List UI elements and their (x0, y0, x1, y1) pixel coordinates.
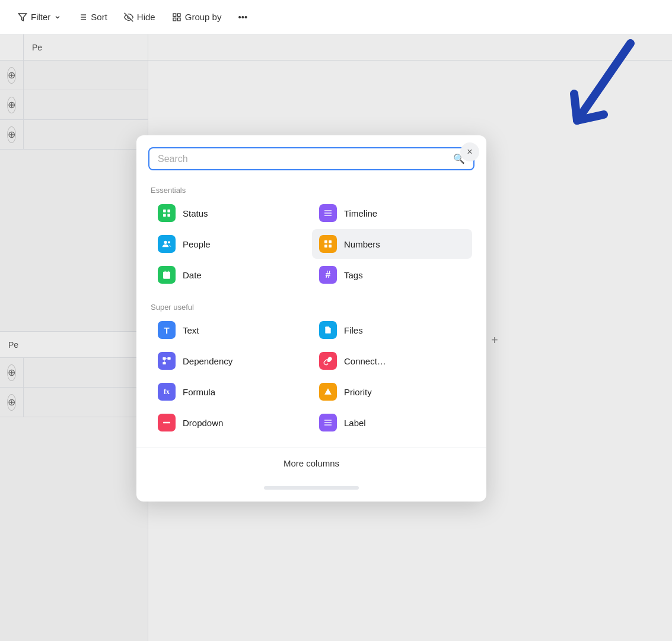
svg-rect-29 (163, 357, 165, 360)
connect-label: Connect… (344, 356, 386, 366)
item-tags[interactable]: # Tags (312, 260, 472, 290)
item-priority[interactable]: Priority (312, 377, 472, 407)
svg-rect-13 (167, 210, 170, 212)
super-useful-grid: T Text Files Dependency (151, 315, 472, 437)
hide-button[interactable]: Hide (118, 8, 161, 26)
essentials-section: Essentials Status Timeline (136, 177, 486, 294)
dropdown-icon (158, 414, 176, 431)
tags-icon: # (319, 266, 337, 284)
dropdown-label: Dropdown (183, 418, 223, 428)
svg-rect-23 (324, 245, 327, 247)
super-useful-section: Super useful T Text Files (136, 294, 486, 442)
date-label: Date (183, 270, 202, 280)
svg-marker-34 (324, 388, 332, 395)
formula-icon: fx (158, 383, 176, 401)
priority-icon (319, 383, 337, 401)
formula-label: Formula (183, 387, 215, 397)
sort-icon (78, 12, 87, 22)
svg-rect-8 (173, 14, 176, 17)
label-label: Label (344, 418, 366, 428)
dependency-label: Dependency (183, 356, 233, 366)
status-icon (158, 204, 176, 222)
svg-rect-35 (163, 422, 170, 424)
numbers-label: Numbers (344, 239, 380, 249)
item-text[interactable]: T Text (151, 315, 311, 345)
item-status[interactable]: Status (151, 198, 311, 228)
item-files[interactable]: Files (312, 315, 472, 345)
files-icon (319, 321, 337, 339)
svg-rect-15 (167, 214, 170, 217)
item-formula[interactable]: fx Formula (151, 377, 311, 407)
priority-label: Priority (344, 387, 372, 397)
filter-button[interactable]: Filter (12, 8, 67, 26)
numbers-icon (319, 235, 337, 253)
more-options-button[interactable]: ••• (232, 8, 253, 26)
label-icon (319, 414, 337, 431)
group-by-icon (172, 12, 181, 22)
text-label: Text (183, 325, 199, 335)
sort-label: Sort (91, 12, 107, 22)
svg-marker-0 (18, 14, 26, 21)
sort-button[interactable]: Sort (72, 8, 113, 26)
files-label: Files (344, 325, 363, 335)
item-label[interactable]: Label (312, 408, 472, 437)
item-dropdown[interactable]: Dropdown (151, 408, 311, 437)
svg-rect-14 (163, 214, 166, 217)
hide-icon (124, 12, 133, 22)
item-people[interactable]: People (151, 229, 311, 259)
timeline-label: Timeline (344, 208, 377, 218)
svg-point-20 (168, 241, 170, 243)
svg-rect-24 (329, 245, 332, 247)
svg-rect-12 (163, 210, 166, 212)
arrow-annotation (542, 37, 636, 147)
group-by-label: Group by (185, 12, 222, 22)
svg-rect-31 (163, 362, 165, 364)
svg-rect-25 (163, 272, 170, 279)
svg-rect-22 (329, 240, 332, 243)
modal-scrollbar (264, 486, 359, 490)
svg-rect-10 (173, 18, 176, 21)
date-icon (158, 266, 176, 284)
filter-label: Filter (31, 12, 50, 22)
item-connect[interactable]: Connect… (312, 346, 472, 376)
essentials-grid: Status Timeline People (151, 198, 472, 290)
item-timeline[interactable]: Timeline (312, 198, 472, 228)
people-icon (158, 235, 176, 253)
svg-rect-11 (177, 18, 180, 21)
search-input[interactable] (158, 154, 447, 164)
essentials-title: Essentials (151, 186, 472, 195)
group-by-button[interactable]: Group by (166, 8, 228, 26)
filter-icon (18, 12, 27, 22)
hide-label: Hide (137, 12, 155, 22)
svg-rect-9 (177, 14, 180, 17)
more-options-icon: ••• (238, 12, 247, 22)
modal-close-button[interactable]: × (460, 142, 479, 161)
table-area: Pe ⊕ ⊕ ⊕ Pe ⊕ (0, 34, 672, 641)
tags-label: Tags (344, 270, 363, 280)
close-icon: × (467, 147, 472, 157)
svg-rect-21 (324, 240, 327, 243)
toolbar: Filter Sort Hide Group by ••• (0, 0, 672, 34)
more-columns-button[interactable]: More columns (136, 447, 486, 479)
super-useful-title: Super useful (151, 303, 472, 312)
connect-icon (319, 352, 337, 370)
filter-chevron-icon (54, 14, 61, 21)
svg-rect-30 (167, 357, 170, 360)
column-picker-modal: × 🔍 Essentials Status (136, 135, 486, 502)
item-numbers[interactable]: Numbers (312, 229, 472, 259)
dependency-icon (158, 352, 176, 370)
people-label: People (183, 239, 211, 249)
item-date[interactable]: Date (151, 260, 311, 290)
timeline-icon (319, 204, 337, 222)
item-dependency[interactable]: Dependency (151, 346, 311, 376)
search-input-wrapper: 🔍 (148, 147, 474, 170)
text-icon: T (158, 321, 176, 339)
svg-point-19 (164, 241, 167, 244)
status-label: Status (183, 208, 208, 218)
search-container: 🔍 (136, 135, 486, 177)
